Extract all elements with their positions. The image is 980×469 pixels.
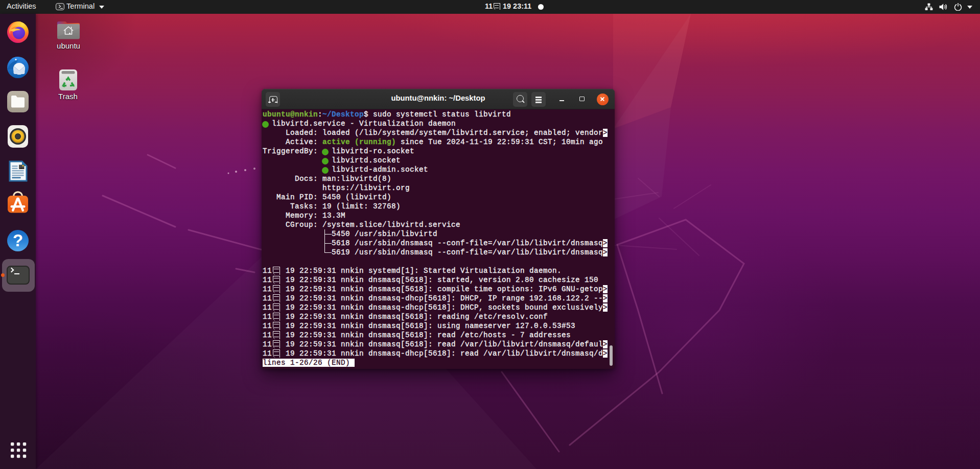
svg-text:?: ? bbox=[13, 231, 23, 250]
